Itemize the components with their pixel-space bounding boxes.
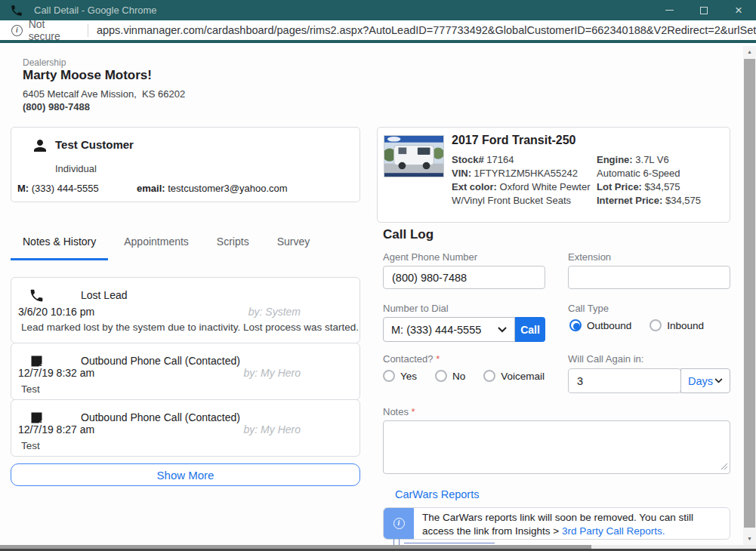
carwars-reports-link[interactable]: CarWars Reports xyxy=(395,488,479,500)
days-unit-value: Days xyxy=(688,375,713,387)
radio-voicemail-label: Voicemail xyxy=(501,371,545,382)
email-label: email: xyxy=(137,183,165,194)
note-author: by: My Hero xyxy=(244,423,301,436)
note-text: Test xyxy=(21,440,40,451)
info-banner-text: The CarWars reports link will soon be re… xyxy=(414,508,730,539)
tab-scripts[interactable]: Scripts xyxy=(205,229,261,260)
notes-textarea[interactable] xyxy=(383,420,730,474)
stock-label: Stock# xyxy=(452,154,484,165)
vehicle-title: 2017 Ford Transit-250 xyxy=(452,134,576,147)
page-content: Dealership Marty Moose Motors! 6405 Metc… xyxy=(0,46,756,545)
note-date: 12/7/19 8:27 am xyxy=(18,423,94,436)
maximize-icon xyxy=(700,7,708,14)
number-to-dial-label: Number to Dial xyxy=(383,303,449,314)
number-to-dial-value: M: (333) 444-5555 xyxy=(391,324,481,336)
person-icon xyxy=(31,137,49,155)
call-button[interactable]: Call xyxy=(515,317,545,342)
note-item[interactable]: Lost Lead 3/6/20 10:16 pm by: System Lea… xyxy=(11,277,360,343)
will-call-again-label: Will Call Again in: xyxy=(568,353,643,365)
extension-input[interactable] xyxy=(568,266,730,289)
scroll-up-arrow[interactable]: ▲ xyxy=(743,46,756,58)
note-date: 12/7/19 8:32 am xyxy=(18,367,94,379)
close-button[interactable]: × xyxy=(721,0,756,20)
engine-value: 3.7L V6 xyxy=(633,154,669,165)
window-title: Call Detail - Google Chrome xyxy=(34,5,652,16)
lot-price-label: Lot Price: xyxy=(597,181,642,192)
url-text[interactable]: apps.vinmanager.com/cardashboard/pages/r… xyxy=(97,24,756,36)
vehicle-specs-right: Engine: 3.7L V6 Automatic 6-Speed Lot Pr… xyxy=(597,153,729,208)
textarea-resize-grip[interactable] xyxy=(721,463,728,470)
radio-yes[interactable] xyxy=(383,370,395,382)
maximize-button[interactable] xyxy=(687,0,721,20)
lot-price-value: $34,575 xyxy=(642,181,680,192)
close-icon: × xyxy=(735,4,742,17)
window-titlebar: Call Detail - Google Chrome × xyxy=(0,0,756,20)
show-more-button[interactable]: Show More xyxy=(11,463,360,486)
note-title: Lost Lead xyxy=(81,289,128,301)
note-date: 3/6/20 10:16 pm xyxy=(18,306,94,318)
ext-color-label: Ext color: xyxy=(452,181,497,192)
clipped-content-fragment xyxy=(404,543,495,543)
url-divider xyxy=(88,24,88,37)
vehicle-card: 2017 Ford Transit-250 Stock# 17164 VIN: … xyxy=(377,127,730,223)
radio-outbound-label: Outbound xyxy=(587,320,631,331)
chevron-down-icon xyxy=(714,378,723,383)
vehicle-specs-left: Stock# 17164 VIN: 1FTYR1ZM5HKA55242 Ext … xyxy=(452,153,594,208)
page-info-icon[interactable]: i xyxy=(11,25,23,36)
contacted-radio-group: Yes No Voicemail xyxy=(383,370,545,382)
call-type-radio-group: Outbound Inbound xyxy=(569,319,704,331)
radio-inbound[interactable] xyxy=(650,319,662,331)
info-banner: i The CarWars reports link will soon be … xyxy=(383,507,730,540)
required-asterisk: * xyxy=(412,406,415,417)
stock-value: 17164 xyxy=(484,154,514,165)
dealership-address: 6405 Metcalf Ave Mission, KS 66202 xyxy=(23,88,185,100)
dealership-name: Marty Moose Motors! xyxy=(23,68,152,83)
call-log-title: Call Log xyxy=(383,227,434,242)
chevron-down-icon xyxy=(498,327,507,333)
note-text: Test xyxy=(21,383,40,395)
radio-inbound-label: Inbound xyxy=(667,320,704,331)
third-party-reports-link[interactable]: 3rd Party Call Reports. xyxy=(562,525,665,537)
will-call-again-input[interactable] xyxy=(568,368,681,393)
number-to-dial-select[interactable]: M: (333) 444-5555 xyxy=(383,317,515,342)
radio-no-label: No xyxy=(452,371,465,382)
note-item[interactable]: Outbound Phone Call (Contacted) 12/7/19 … xyxy=(11,343,360,400)
radio-voicemail[interactable] xyxy=(483,370,495,382)
note-title: Outbound Phone Call (Contacted) xyxy=(81,411,240,423)
call-type-label: Call Type xyxy=(568,303,609,314)
internet-price-value: $34,575 xyxy=(662,195,701,206)
radio-outbound[interactable] xyxy=(569,319,582,331)
notes-history-list: Lost Lead 3/6/20 10:16 pm by: System Lea… xyxy=(11,278,360,457)
note-author: by: System xyxy=(248,306,301,318)
vertical-scrollbar[interactable]: ▲ ▼ xyxy=(743,46,756,545)
dealership-label: Dealership xyxy=(23,57,66,68)
window-controls: × xyxy=(652,0,756,20)
tab-survey[interactable]: Survey xyxy=(265,229,322,260)
note-text: Lead marked lost by the system due to in… xyxy=(21,322,359,333)
browser-url-bar[interactable]: i Not secure apps.vinmanager.com/cardash… xyxy=(0,20,756,43)
vin-label: VIN: xyxy=(452,168,471,179)
agent-phone-input[interactable] xyxy=(383,266,545,289)
tab-notes-history[interactable]: Notes & History xyxy=(11,229,108,260)
note-title: Outbound Phone Call (Contacted) xyxy=(81,355,240,367)
phone-app-icon xyxy=(10,4,23,17)
customer-name: Test Customer xyxy=(55,138,134,151)
notes-tabs: Notes & History Appointments Scripts Sur… xyxy=(11,229,326,260)
note-item[interactable]: Outbound Phone Call (Contacted) 12/7/19 … xyxy=(11,399,360,457)
customer-type: Individual xyxy=(55,163,97,174)
required-asterisk: * xyxy=(436,353,440,365)
scroll-down-arrow[interactable]: ▼ xyxy=(743,533,756,545)
days-unit-select[interactable]: Days xyxy=(680,368,730,393)
scrollbar-thumb[interactable] xyxy=(744,59,755,528)
extension-label: Extension xyxy=(568,251,611,263)
notes-field-label: Notes * xyxy=(383,406,415,417)
customer-email: email: testcustomer3@yahoo.com xyxy=(137,183,288,194)
radio-no[interactable] xyxy=(435,370,447,382)
note-author: by: My Hero xyxy=(244,367,301,379)
mobile-label: M: xyxy=(17,183,29,194)
tab-appointments[interactable]: Appointments xyxy=(112,229,201,260)
minimize-button[interactable] xyxy=(652,0,687,20)
transmission-value: Automatic 6-Speed xyxy=(597,168,680,179)
engine-label: Engine: xyxy=(597,154,633,165)
notes-label-text: Notes xyxy=(383,406,409,417)
